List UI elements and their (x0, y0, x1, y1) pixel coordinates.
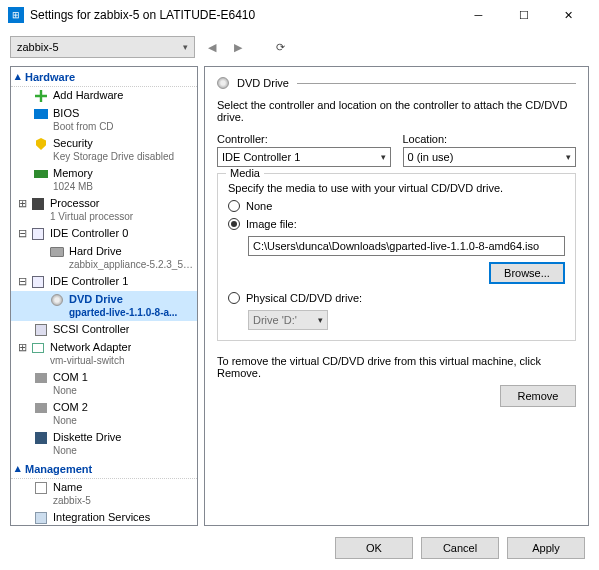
tree-add-hardware[interactable]: Add Hardware (11, 87, 197, 105)
integration-icon (33, 511, 49, 525)
tree-name[interactable]: Namezabbix-5 (11, 479, 197, 509)
name-icon (33, 481, 49, 495)
nav-forward-button[interactable]: ▶ (229, 38, 247, 56)
processor-icon (30, 197, 46, 211)
remove-button[interactable]: Remove (500, 385, 576, 407)
content-area: ▴ Hardware Add Hardware BIOSBoot from CD… (0, 60, 599, 526)
hard-drive-icon (49, 245, 65, 259)
controller-label: Controller: (217, 133, 391, 145)
selector-row: zabbix-5 ▾ ◀ ▶ ⟳ (0, 30, 599, 60)
collapse-icon[interactable]: ⊟ (17, 275, 28, 289)
tree-scsi[interactable]: SCSI Controller (11, 321, 197, 339)
media-legend: Media (226, 167, 264, 179)
chevron-down-icon: ▾ (381, 152, 386, 162)
collapse-icon[interactable]: ⊟ (17, 227, 28, 241)
tree-processor[interactable]: ⊞ Processor1 Virtual processor (11, 195, 197, 225)
nav-back-button[interactable]: ◀ (203, 38, 221, 56)
location-select[interactable]: 0 (in use) ▾ (403, 147, 577, 167)
bios-icon (33, 107, 49, 121)
radio-image-file[interactable]: Image file: (228, 218, 565, 230)
controller-select[interactable]: IDE Controller 1 ▾ (217, 147, 391, 167)
floppy-icon (33, 431, 49, 445)
tree-diskette[interactable]: Diskette DriveNone (11, 429, 197, 459)
dialog-footer: OK Cancel Apply (0, 526, 599, 570)
expand-icon[interactable]: ⊞ (17, 197, 28, 223)
collapse-icon: ▴ (15, 70, 21, 83)
serial-port-icon (33, 401, 49, 415)
scsi-icon (33, 323, 49, 337)
shield-icon (33, 137, 49, 151)
tree-network[interactable]: ⊞ Network Adaptervm-virtual-switch (11, 339, 197, 369)
radio-icon (228, 200, 240, 212)
location-label: Location: (403, 133, 577, 145)
image-path-input[interactable]: C:\Users\dunca\Downloads\gparted-live-1.… (248, 236, 565, 256)
serial-port-icon (33, 371, 49, 385)
tree-dvd-drive[interactable]: DVD Drivegparted-live-1.1.0-8-a... (11, 291, 197, 321)
tree-com1[interactable]: COM 1None (11, 369, 197, 399)
expand-icon[interactable]: ⊞ (17, 341, 28, 367)
media-description: Specify the media to use with your virtu… (228, 182, 565, 194)
panel-description: Select the controller and location on th… (217, 99, 576, 123)
memory-icon (33, 167, 49, 181)
media-group: Media Specify the media to use with your… (217, 173, 576, 341)
collapse-icon: ▴ (15, 462, 21, 475)
chevron-down-icon: ▾ (566, 152, 571, 162)
section-management[interactable]: ▴ Management (11, 459, 197, 479)
radio-icon (228, 292, 240, 304)
tree-integration[interactable]: Integration ServicesSome services offere… (11, 509, 197, 526)
controller-icon (30, 227, 46, 241)
section-hardware[interactable]: ▴ Hardware (11, 67, 197, 87)
disc-icon (49, 293, 65, 307)
controller-icon (30, 275, 46, 289)
ok-button[interactable]: OK (335, 537, 413, 559)
tree-com2[interactable]: COM 2None (11, 399, 197, 429)
radio-physical[interactable]: Physical CD/DVD drive: (228, 292, 565, 304)
tree-security[interactable]: SecurityKey Storage Drive disabled (11, 135, 197, 165)
close-button[interactable]: ✕ (546, 0, 591, 30)
chevron-down-icon: ▾ (318, 315, 323, 325)
tree-ide0[interactable]: ⊟ IDE Controller 0 (11, 225, 197, 243)
cancel-button[interactable]: Cancel (421, 537, 499, 559)
app-icon: ⊞ (8, 7, 24, 23)
physical-drive-select: Drive 'D:' ▾ (248, 310, 328, 330)
browse-button[interactable]: Browse... (489, 262, 565, 284)
network-icon (30, 341, 46, 355)
settings-tree[interactable]: ▴ Hardware Add Hardware BIOSBoot from CD… (10, 66, 198, 526)
apply-button[interactable]: Apply (507, 537, 585, 559)
window-title: Settings for zabbix-5 on LATITUDE-E6410 (30, 8, 255, 22)
panel-title: DVD Drive (237, 77, 289, 89)
radio-icon (228, 218, 240, 230)
disc-icon (217, 77, 229, 89)
tree-memory[interactable]: Memory1024 MB (11, 165, 197, 195)
radio-none[interactable]: None (228, 200, 565, 212)
title-bar: ⊞ Settings for zabbix-5 on LATITUDE-E641… (0, 0, 599, 30)
tree-ide1[interactable]: ⊟ IDE Controller 1 (11, 273, 197, 291)
maximize-button[interactable]: ☐ (501, 0, 546, 30)
vm-select-value: zabbix-5 (17, 41, 59, 53)
settings-panel: DVD Drive Select the controller and loca… (204, 66, 589, 526)
vm-select[interactable]: zabbix-5 ▾ (10, 36, 195, 58)
minimize-button[interactable]: ─ (456, 0, 501, 30)
refresh-button[interactable]: ⟳ (271, 38, 289, 56)
chevron-down-icon: ▾ (183, 42, 188, 52)
tree-hard-drive[interactable]: Hard Drivezabbix_appliance-5.2.3_58... (11, 243, 197, 273)
tree-bios[interactable]: BIOSBoot from CD (11, 105, 197, 135)
add-hardware-icon (33, 89, 49, 103)
remove-description: To remove the virtual CD/DVD drive from … (217, 355, 576, 379)
